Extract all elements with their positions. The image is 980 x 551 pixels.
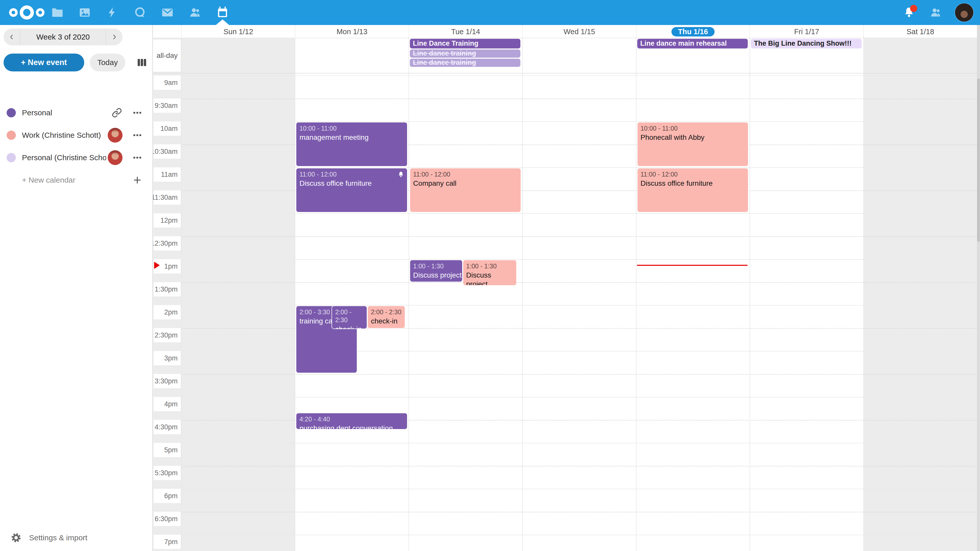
allday-label: all-day (153, 40, 181, 72)
nextcloud-logo[interactable] (8, 3, 46, 21)
event-title: Discuss project announcement (466, 271, 513, 286)
calendar-actions-menu-icon[interactable] (132, 130, 143, 141)
allday-event-title: The Big Line Dancing Show!!! (754, 40, 851, 48)
time-label: 12pm (160, 217, 178, 224)
time-grid: 9am9:30am10am10:30am11am11:30am12pm12:30… (153, 73, 977, 551)
time-label-cell: 10am (154, 121, 181, 136)
calendar-owner-avatar (108, 128, 123, 143)
app-mail-icon[interactable] (160, 5, 175, 20)
day-header-tue[interactable]: Tue 1/14 (409, 25, 522, 38)
event[interactable]: 10:00 - 11:00management meeting (296, 122, 407, 167)
event[interactable]: 11:00 - 12:00Discuss office furniture (296, 168, 407, 213)
app-photos-icon[interactable] (78, 5, 92, 20)
day-header-sat[interactable]: Sat 1/18 (863, 25, 977, 38)
share-link-icon[interactable] (111, 107, 123, 118)
event-title: check-in (335, 325, 364, 329)
calendar-color-dot (6, 130, 16, 140)
day-column-3[interactable] (522, 73, 636, 551)
next-week-button[interactable] (106, 29, 123, 45)
time-label-cell: 4:30pm (154, 420, 181, 434)
day-header-fri[interactable]: Fri 1/17 (749, 25, 863, 38)
current-time-line (637, 265, 748, 266)
allday-cell[interactable] (181, 38, 295, 73)
app-calendar-icon[interactable] (215, 5, 230, 20)
day-column-2[interactable]: 11:00 - 12:00Company call1:00 - 1:30Disc… (409, 73, 522, 551)
previous-week-button[interactable] (3, 29, 20, 45)
day-column-5[interactable] (749, 73, 863, 551)
allday-event[interactable]: The Big Line Dancing Show!!! (751, 39, 861, 48)
calendar-list-item[interactable]: Work (Christine Schott) (0, 124, 152, 146)
day-header-thu[interactable]: Thu 1/16 (636, 25, 749, 38)
time-label: 10am (160, 125, 178, 133)
event[interactable]: 2:00 - 2:30check-in (331, 306, 367, 329)
allday-event-title: Line dance training (413, 59, 476, 67)
time-label-cell: 2:30pm (154, 328, 181, 342)
event-time: 2:00 - 2:30 (371, 308, 402, 316)
time-label: 10:30am (153, 148, 178, 156)
allday-event[interactable]: Line dance training (410, 49, 520, 58)
allday-event[interactable]: Line dance training (410, 59, 520, 67)
calendar-list-item[interactable]: Personal (Christine Scho... (0, 146, 152, 169)
day-header-mon[interactable]: Mon 1/13 (295, 25, 408, 38)
event[interactable]: 4:20 - 4:40purchasing dept conversation (296, 413, 407, 430)
day-column-0[interactable] (181, 73, 295, 551)
time-label-cell: 5:30pm (154, 466, 181, 480)
allday-event-title: Line dance main rehearsal (640, 40, 727, 48)
event[interactable]: 10:00 - 11:00Phonecall with Abby (637, 122, 749, 167)
new-event-button[interactable]: + New event (3, 54, 84, 71)
calendar-list: PersonalWork (Christine Schott)Personal … (0, 102, 152, 191)
settings-import-button[interactable]: Settings & import (0, 529, 152, 547)
calendar-owner-avatar (108, 150, 123, 165)
day-header-sun[interactable]: Sun 1/12 (181, 25, 295, 38)
event[interactable]: 1:00 - 1:30Discuss project announcement (463, 260, 517, 286)
calendar-actions-menu-icon[interactable] (132, 107, 143, 118)
allday-cell[interactable] (863, 38, 977, 73)
event[interactable]: 1:00 - 1:30Discuss project announcement (410, 260, 463, 282)
calendar-list-item[interactable]: Personal (0, 102, 152, 124)
day-column-6[interactable] (863, 73, 977, 551)
time-label-cell: 12pm (154, 213, 181, 227)
allday-event[interactable]: Line dance main rehearsal (637, 39, 748, 48)
day-column-1[interactable]: 10:00 - 11:00management meeting11:00 - 1… (295, 73, 408, 551)
day-header-wed[interactable]: Wed 1/15 (522, 25, 636, 38)
time-label-cell: 11:30am (154, 190, 181, 205)
time-label-cell: 3pm (154, 351, 181, 365)
app-files-icon[interactable] (50, 5, 64, 20)
scrollbar-thumb[interactable] (977, 79, 980, 242)
time-label: 3pm (164, 354, 178, 362)
allday-cell[interactable] (295, 38, 408, 73)
today-pill: Thu 1/16 (671, 27, 715, 37)
contacts-menu-icon[interactable] (928, 5, 943, 20)
event[interactable]: 2:00 - 2:30check-in (367, 306, 405, 329)
time-axis: 9am9:30am10am10:30am11am11:30am12pm12:30… (153, 73, 181, 551)
calendar-name: Work (Christine Schott) (22, 131, 101, 140)
app-talk-icon[interactable] (133, 5, 147, 20)
event-time: 11:00 - 12:00 (413, 170, 517, 178)
plus-icon[interactable] (132, 175, 143, 186)
new-calendar-button[interactable]: + New calendar (0, 169, 152, 191)
day-columns: 10:00 - 11:00management meeting11:00 - 1… (181, 73, 977, 551)
calendar-sidebar: Week 3 of 2020 + New event Today Persona… (0, 25, 153, 551)
alarm-bell-icon (397, 171, 404, 178)
time-label: 9am (164, 79, 178, 87)
time-label-cell: 9:30am (154, 98, 181, 113)
calendar-actions-menu-icon[interactable] (132, 152, 143, 163)
today-button[interactable]: Today (90, 54, 125, 71)
allday-cell[interactable] (522, 38, 636, 73)
allday-event-title: Line dance training (413, 49, 476, 57)
notifications-bell-icon[interactable] (902, 5, 916, 20)
event[interactable]: 11:00 - 12:00Company call (410, 168, 521, 213)
view-columns-icon[interactable] (135, 56, 149, 70)
vertical-scrollbar[interactable] (977, 25, 980, 551)
app-contacts-icon[interactable] (188, 5, 202, 20)
gear-icon (10, 532, 22, 544)
settings-label: Settings & import (29, 534, 87, 542)
week-label[interactable]: Week 3 of 2020 (20, 29, 106, 45)
app-activity-icon[interactable] (105, 5, 119, 20)
event[interactable]: 11:00 - 12:00Discuss office furniture (637, 168, 749, 213)
user-avatar[interactable] (955, 3, 974, 22)
event-title: purchasing dept conversation (299, 424, 404, 430)
allday-event[interactable]: Line Dance Training (410, 39, 520, 48)
calendar-color-dot (6, 108, 16, 118)
day-column-4[interactable]: 10:00 - 11:00Phonecall with Abby11:00 - … (636, 73, 749, 551)
